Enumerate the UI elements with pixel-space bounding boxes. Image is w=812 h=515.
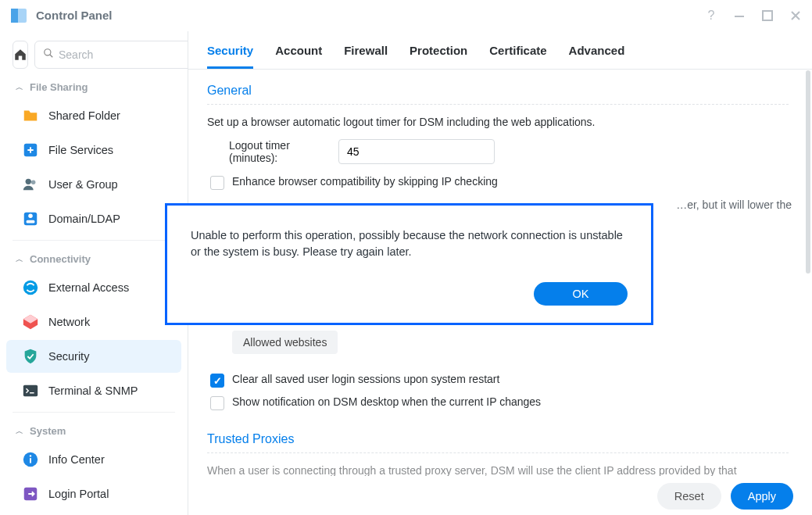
sidebar-item-file-services[interactable]: File Services <box>6 134 181 166</box>
ok-button[interactable]: OK <box>534 282 628 306</box>
logout-timer-label: Logout timer (minutes): <box>229 139 323 164</box>
svg-point-4 <box>45 49 51 55</box>
svg-point-7 <box>26 179 31 184</box>
tab-protection[interactable]: Protection <box>410 44 467 69</box>
allowed-websites-button[interactable]: Allowed websites <box>232 331 338 354</box>
svg-point-10 <box>28 214 33 219</box>
home-button[interactable] <box>13 41 28 69</box>
general-desc: Set up a browser automatic logout timer … <box>207 116 789 128</box>
sidebar-item-security[interactable]: Security <box>6 340 181 373</box>
svg-rect-11 <box>27 220 35 224</box>
close-icon[interactable] <box>789 9 803 23</box>
clear-sessions-label: Clear all saved user login sessions upon… <box>232 373 499 385</box>
file-services-icon <box>22 141 39 159</box>
search-icon <box>43 48 54 62</box>
footer-actions: Reset Apply <box>188 476 812 515</box>
group-title-trusted: Trusted Proxies <box>207 432 789 453</box>
terminal-icon <box>22 382 39 399</box>
svg-rect-1 <box>11 9 18 23</box>
tab-certificate[interactable]: Certificate <box>489 44 546 69</box>
chevron-up-icon: ︿ <box>16 426 23 437</box>
sidebar-item-terminal-snmp[interactable]: Terminal & SNMP <box>6 374 181 407</box>
show-notification-label: Show notification on DSM desktop when th… <box>232 395 541 408</box>
svg-rect-3 <box>763 11 772 20</box>
search-input-wrap[interactable] <box>34 41 188 69</box>
section-file-sharing[interactable]: ︿ File Sharing <box>0 73 188 98</box>
domain-icon <box>22 210 39 227</box>
tab-bar: Security Account Firewall Protection Cer… <box>188 31 812 70</box>
sidebar-item-shared-folder[interactable]: Shared Folder <box>6 99 181 132</box>
window-title: Control Panel <box>36 9 704 22</box>
section-system[interactable]: ︿ System <box>0 417 188 442</box>
app-icon <box>9 6 28 25</box>
svg-rect-13 <box>23 385 38 397</box>
svg-point-8 <box>31 181 35 185</box>
tab-advanced[interactable]: Advanced <box>569 44 625 69</box>
sidebar-item-login-portal[interactable]: Login Portal <box>6 477 181 510</box>
svg-rect-2 <box>735 16 744 17</box>
tab-security[interactable]: Security <box>207 44 253 69</box>
trusted-desc: When a user is connecting through a trus… <box>207 464 789 476</box>
error-dialog-text: Unable to perform this operation, possib… <box>191 227 628 260</box>
sidebar-item-info-center[interactable]: Info Center <box>6 443 181 476</box>
sidebar-item-domain-ldap[interactable]: Domain/LDAP <box>6 202 181 235</box>
tab-account[interactable]: Account <box>275 44 322 69</box>
enhance-compat-label: Enhance browser compatibility by skippin… <box>232 175 498 188</box>
maximize-icon[interactable] <box>760 9 774 23</box>
folder-icon <box>22 107 39 124</box>
apply-button[interactable]: Apply <box>731 483 793 510</box>
svg-line-5 <box>50 55 53 58</box>
logout-timer-input[interactable] <box>338 139 495 164</box>
sidebar-item-user-group[interactable]: User & Group <box>6 168 181 201</box>
chevron-up-icon: ︿ <box>16 82 23 93</box>
sidebar-item-network[interactable]: Network <box>6 306 181 338</box>
error-dialog: Unable to perform this operation, possib… <box>165 203 653 325</box>
home-icon <box>13 48 27 62</box>
help-icon[interactable]: ? <box>704 9 718 23</box>
tab-firewall[interactable]: Firewall <box>344 44 388 69</box>
clear-sessions-checkbox[interactable] <box>210 374 224 388</box>
enhance-compat-checkbox[interactable] <box>210 176 224 190</box>
svg-point-16 <box>30 455 31 456</box>
info-icon <box>22 451 39 468</box>
shield-icon <box>22 348 39 365</box>
search-input[interactable] <box>59 48 188 61</box>
titlebar: Control Panel ? <box>0 0 812 31</box>
partial-hint-text: …er, but it will lower the <box>676 198 792 211</box>
section-connectivity[interactable]: ︿ Connectivity <box>0 245 188 270</box>
sidebar: ︿ File Sharing Shared Folder File Servic… <box>0 31 188 515</box>
user-group-icon <box>22 176 39 193</box>
show-notification-checkbox[interactable] <box>210 396 224 410</box>
sidebar-item-regional-options[interactable]: Regional Options <box>6 512 181 515</box>
network-icon <box>22 313 39 331</box>
reset-button[interactable]: Reset <box>657 483 721 510</box>
svg-point-12 <box>23 281 38 295</box>
login-portal-icon <box>22 485 39 502</box>
external-access-icon <box>22 279 39 296</box>
sidebar-item-external-access[interactable]: External Access <box>6 271 181 304</box>
chevron-up-icon: ︿ <box>16 254 23 265</box>
minimize-icon[interactable] <box>732 9 746 23</box>
group-title-general: General <box>207 84 789 105</box>
svg-rect-15 <box>30 458 31 463</box>
